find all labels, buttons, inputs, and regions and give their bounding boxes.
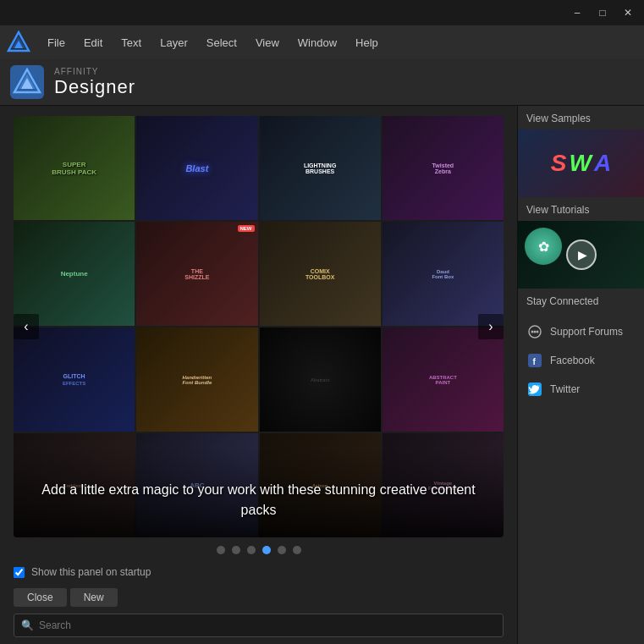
new-badge: NEW <box>238 225 255 232</box>
svg-point-10 <box>537 331 539 333</box>
grid-item[interactable]: AbstractPaint <box>383 328 504 432</box>
grid-item[interactable]: ComixToolbox <box>260 222 381 326</box>
search-icon: 🔍 <box>21 619 34 631</box>
carousel-overlay: Add a little extra magic to your work wi… <box>14 446 504 537</box>
left-panel: ‹ › SuperBrush Pack Blast L <box>0 106 517 644</box>
search-bar[interactable]: 🔍 <box>14 614 504 637</box>
show-panel-checkbox[interactable] <box>14 567 25 578</box>
stay-connected-label: Stay Connected <box>518 289 644 312</box>
svg-point-8 <box>531 331 534 333</box>
menu-text[interactable]: Text <box>113 33 150 52</box>
grid-item[interactable]: TwistedZebra <box>383 116 504 220</box>
grid-item[interactable]: DaudFont Box <box>383 222 504 326</box>
grid-item[interactable]: Glitch Effects <box>14 328 135 432</box>
grid-item[interactable]: Neptune <box>14 222 135 326</box>
play-button-icon[interactable]: ▶ <box>566 239 597 270</box>
carousel-dots <box>0 537 517 563</box>
grid-item[interactable]: Abstract <box>260 328 381 432</box>
menu-bar: File Edit Text Layer Select View Window … <box>0 25 644 59</box>
dot-1[interactable] <box>217 546 225 554</box>
dot-4[interactable] <box>262 546 271 554</box>
twitter-link[interactable]: Twitter <box>518 375 644 404</box>
facebook-link[interactable]: f Facebook <box>518 346 644 375</box>
checkbox-row: Show this panel on startup <box>0 563 517 585</box>
main-content: ‹ › SuperBrush Pack Blast L <box>0 106 644 644</box>
dot-5[interactable] <box>278 546 286 554</box>
maximize-button[interactable]: □ <box>590 0 615 25</box>
affinity-designer-icon <box>10 65 44 99</box>
grid-item[interactable]: TheShizzle NEW <box>136 222 257 326</box>
carousel-prev-button[interactable]: ‹ <box>14 314 39 339</box>
svg-point-9 <box>534 331 537 333</box>
app-title-block: AFFINITY Designer <box>54 67 135 98</box>
right-panel: View Samples SWA View Tutorials ✿ ▶ Stay… <box>517 106 644 644</box>
menu-edit[interactable]: Edit <box>75 33 111 52</box>
dot-3[interactable] <box>247 546 256 554</box>
menu-layer[interactable]: Layer <box>151 33 196 52</box>
support-forums-icon <box>526 323 543 340</box>
grid-item[interactable]: SuperBrush Pack <box>14 116 135 220</box>
stripe-text-decoration: SWA <box>551 150 611 177</box>
minimize-button[interactable]: – <box>564 0 590 25</box>
dot-6[interactable] <box>293 546 301 554</box>
app-header: AFFINITY Designer <box>0 59 644 106</box>
facebook-text: Facebook <box>550 355 595 366</box>
social-links: Support Forums f Facebook <box>518 312 644 644</box>
menu-window[interactable]: Window <box>289 33 345 52</box>
twitter-text: Twitter <box>550 383 580 395</box>
support-forums-text: Support Forums <box>550 326 623 338</box>
facebook-icon: f <box>526 352 543 369</box>
app-logo-icon <box>7 30 30 54</box>
grid-item[interactable]: LightningBrushes <box>260 116 381 220</box>
dot-2[interactable] <box>232 546 240 554</box>
view-samples-label: View Samples <box>518 106 644 129</box>
twitter-icon <box>526 381 543 398</box>
menu-file[interactable]: File <box>39 33 74 52</box>
title-bar: – □ ✕ <box>0 0 644 25</box>
grid-item[interactable]: HandwrittenFont Bundle <box>136 328 257 432</box>
app-title: Designer <box>54 76 135 98</box>
menu-help[interactable]: Help <box>347 33 387 52</box>
grid-item[interactable]: Blast <box>136 116 257 220</box>
search-input[interactable] <box>39 619 496 631</box>
carousel-caption: Add a little extra magic to your work wi… <box>30 480 487 520</box>
samples-thumbnail[interactable]: SWA <box>518 129 644 197</box>
show-panel-label: Show this panel on startup <box>31 566 151 578</box>
carousel-next-button[interactable]: › <box>478 314 504 339</box>
menu-view[interactable]: View <box>247 33 288 52</box>
view-tutorials-label: View Tutorials <box>518 197 644 221</box>
tutorials-thumbnail[interactable]: ✿ ▶ <box>518 221 644 289</box>
menu-select[interactable]: Select <box>198 33 245 52</box>
app-subtitle: AFFINITY <box>54 67 135 76</box>
support-forums-link[interactable]: Support Forums <box>518 317 644 346</box>
close-button[interactable]: Close <box>14 588 67 607</box>
carousel: ‹ › SuperBrush Pack Blast L <box>14 116 504 537</box>
close-window-button[interactable]: ✕ <box>615 0 641 25</box>
new-button[interactable]: New <box>70 588 118 607</box>
